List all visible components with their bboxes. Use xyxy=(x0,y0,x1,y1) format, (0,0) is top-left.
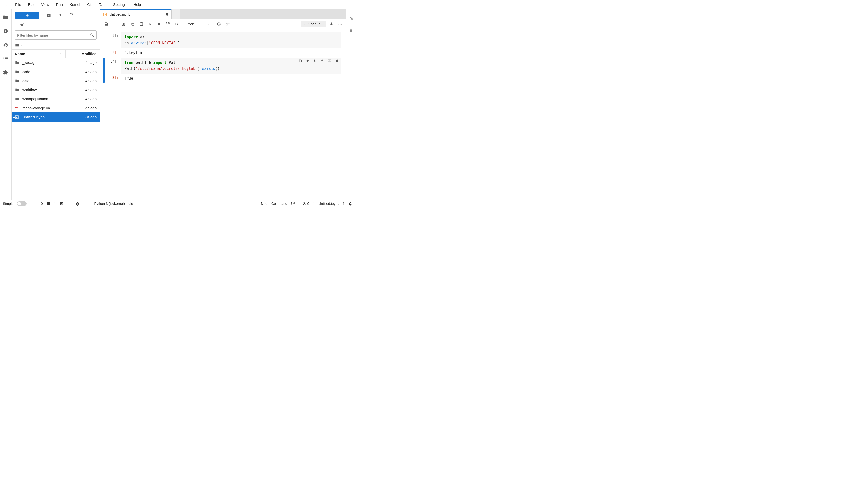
terminals-count: 1 xyxy=(54,202,56,206)
menu-tabs[interactable]: Tabs xyxy=(95,1,110,8)
code-input[interactable]: from pathlib import Path Path("/etc/rean… xyxy=(121,58,341,74)
debugger-panel-icon[interactable] xyxy=(348,28,354,33)
debugger-icon[interactable] xyxy=(328,21,335,27)
cut-icon[interactable] xyxy=(120,21,127,27)
tab-untitled-ipynb[interactable]: Untitled.ipynb xyxy=(100,9,171,19)
move-up-icon[interactable] xyxy=(305,59,310,63)
upload-icon[interactable] xyxy=(58,13,62,17)
menu-settings[interactable]: Settings xyxy=(110,1,130,8)
bell-icon[interactable] xyxy=(348,201,353,206)
file-browser-header: Name Modified xyxy=(12,50,100,58)
copy-icon[interactable] xyxy=(129,21,136,27)
file-name: code xyxy=(22,70,67,74)
file-row[interactable]: workflow4h ago xyxy=(12,85,100,94)
menu-edit[interactable]: Edit xyxy=(24,1,38,8)
new-launcher-button[interactable] xyxy=(15,12,39,19)
menu-kernel[interactable]: Kernel xyxy=(66,1,84,8)
breadcrumb[interactable]: / xyxy=(12,41,100,50)
file-modified: 4h ago xyxy=(67,60,96,65)
delete-icon[interactable] xyxy=(335,59,339,63)
output-text: True xyxy=(121,74,341,83)
svg-rect-20 xyxy=(47,202,50,205)
folder-icon xyxy=(15,88,20,92)
save-icon[interactable] xyxy=(103,21,109,27)
folder-icon xyxy=(15,43,19,47)
svg-point-18 xyxy=(351,18,353,20)
search-icon xyxy=(90,33,94,37)
trusted-icon[interactable] xyxy=(291,201,295,206)
git-icon[interactable] xyxy=(3,42,8,48)
restart-icon[interactable] xyxy=(164,21,171,27)
folder-icon xyxy=(15,97,20,101)
cursor-position: Ln 2, Col 1 xyxy=(299,202,315,206)
menu-run[interactable]: Run xyxy=(53,1,66,8)
file-name: _yadage xyxy=(22,60,67,65)
kernel-status[interactable]: Python 3 (ipykernel) | Idle xyxy=(94,202,133,206)
svg-rect-8 xyxy=(140,23,143,26)
file-row[interactable]: worldpopulation4h ago xyxy=(12,94,100,103)
chevron-down-icon xyxy=(207,23,210,25)
menu-git[interactable]: Git xyxy=(84,1,95,8)
new-folder-icon[interactable] xyxy=(46,13,51,17)
svg-point-14 xyxy=(340,24,341,24)
file-row[interactable]: ●Untitled.ipynb30s ago xyxy=(12,113,100,121)
property-inspector-icon[interactable] xyxy=(348,16,354,21)
menu-help[interactable]: Help xyxy=(130,1,145,8)
code-snippet-icon[interactable] xyxy=(19,23,24,27)
stop-icon[interactable] xyxy=(155,21,162,27)
insert-cell-icon[interactable] xyxy=(112,21,118,27)
breadcrumb-path: / xyxy=(21,43,22,47)
file-modified: 4h ago xyxy=(67,106,96,110)
more-icon[interactable] xyxy=(337,21,344,27)
running-icon[interactable] xyxy=(3,28,8,34)
file-row[interactable]: Y:reana-yadage.ya...4h ago xyxy=(12,103,100,113)
filter-files-input[interactable] xyxy=(15,31,96,40)
file-name: reana-yadage.ya... xyxy=(22,106,67,110)
simple-mode-toggle[interactable] xyxy=(17,201,27,206)
open-in-button[interactable]: Open in... xyxy=(301,21,326,27)
menu-view[interactable]: View xyxy=(38,1,53,8)
file-modified: 4h ago xyxy=(67,79,96,83)
code-cell[interactable]: [1]:import os os.environ["CERN_KEYTAB"] xyxy=(102,32,341,48)
kernel-chip-icon[interactable] xyxy=(59,201,64,206)
svg-rect-10 xyxy=(158,23,160,25)
column-name[interactable]: Name xyxy=(12,50,66,58)
toc-icon[interactable] xyxy=(3,56,8,61)
column-modified[interactable]: Modified xyxy=(66,50,100,58)
file-row[interactable]: data4h ago xyxy=(12,76,100,85)
cell-type-select[interactable]: Code xyxy=(184,22,214,26)
extensions-icon[interactable] xyxy=(3,70,8,75)
run-icon[interactable] xyxy=(147,21,154,27)
add-tab-button[interactable] xyxy=(171,9,180,19)
file-modified: 4h ago xyxy=(67,88,96,92)
folder-icon xyxy=(15,61,20,65)
insert-above-icon[interactable] xyxy=(320,59,324,63)
notebook-icon xyxy=(103,12,107,16)
output-text: '.keytab' xyxy=(121,49,341,57)
kernel-status-icon[interactable] xyxy=(216,21,222,27)
menu-file[interactable]: File xyxy=(12,1,24,8)
refresh-icon[interactable] xyxy=(69,13,74,17)
folder-icon[interactable] xyxy=(3,15,8,20)
duplicate-icon[interactable] xyxy=(298,59,302,63)
git-label[interactable]: git xyxy=(224,21,231,27)
terminal-icon[interactable] xyxy=(46,202,51,206)
insert-below-icon[interactable] xyxy=(328,59,332,63)
yaml-icon: Y: xyxy=(15,106,20,110)
code-input[interactable]: import os os.environ["CERN_KEYTAB"] xyxy=(121,32,341,48)
file-row[interactable]: _yadage4h ago xyxy=(12,58,100,67)
folder-icon xyxy=(15,70,20,74)
move-down-icon[interactable] xyxy=(313,59,317,63)
output-prompt: [2]: xyxy=(106,74,121,83)
menu-bar: FileEditViewRunKernelGitTabsSettingsHelp xyxy=(0,0,355,9)
cell-toolbar xyxy=(298,59,339,63)
paste-icon[interactable] xyxy=(138,21,145,27)
restart-run-all-icon[interactable] xyxy=(173,21,180,27)
file-row[interactable]: code4h ago xyxy=(12,67,100,76)
input-prompt: [1]: xyxy=(106,32,121,48)
main-area: Untitled.ipynb Code git xyxy=(100,9,346,200)
file-name: workflow xyxy=(22,88,67,92)
notebook-body[interactable]: [1]:import os os.environ["CERN_KEYTAB"][… xyxy=(100,29,346,200)
git-branch-icon[interactable] xyxy=(76,201,80,206)
code-cell[interactable]: [2]:from pathlib import Path Path("/etc/… xyxy=(102,58,341,74)
